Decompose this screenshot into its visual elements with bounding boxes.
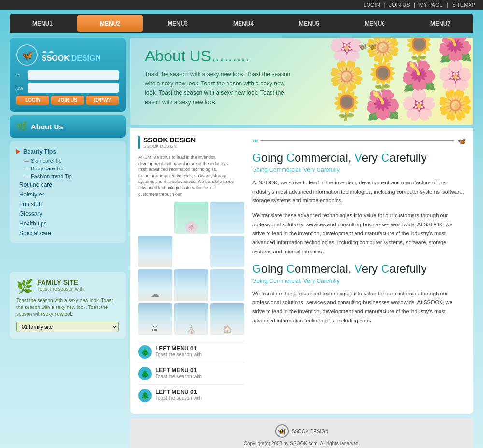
left-menu-item-1[interactable]: 🌲 LEFT MENU 01 Toast the season with — [138, 341, 244, 363]
family-top: 🌿 FAMILY SITE Toast the season with — [16, 279, 119, 294]
topbar-login[interactable]: LOGIN — [363, 2, 380, 8]
pw-field-row: pw — [16, 83, 119, 93]
pw-input[interactable] — [28, 83, 119, 93]
sep1: | — [384, 2, 385, 8]
top-bar: LOGIN | JOIN US | MY PAGE | SITEMAP — [0, 0, 483, 10]
footer-icon: 🦋 — [275, 424, 289, 438]
img-cell-empty2 — [174, 236, 209, 267]
lm-title-2: LEFT MENU 01 — [156, 367, 202, 374]
id-field-row: id — [16, 70, 119, 80]
main-layout: 🦋 ☁ ☁ SSOOK DESIGN id pw — [10, 38, 473, 448]
img-cell-cloud2 — [174, 269, 209, 301]
family-site-subtitle: Toast the season with — [37, 286, 84, 292]
footer-logo: 🦋 SSOOK DESIGN — [275, 424, 329, 438]
img-cell-blue2 — [138, 236, 172, 267]
sidebar: 🦋 ☁ ☁ SSOOK DESIGN id pw — [10, 38, 126, 448]
login-button[interactable]: LOGIN — [16, 96, 49, 105]
plant-icon: 🌿 — [16, 279, 33, 294]
family-site-dropdown[interactable]: 01 family site02 sister site03 partner s… — [16, 322, 119, 332]
nav-menu: Beauty Tips Skin care Tip Body care Tip … — [10, 141, 126, 243]
special-care-item[interactable]: Special care — [10, 228, 126, 238]
family-site-title: FAMILY SITE — [37, 279, 84, 286]
inner-content: SSOOK DESIGN SSOOK DESIGN At IBM, we str… — [130, 128, 473, 414]
fun-stuff-item[interactable]: Fun stuff — [10, 199, 126, 209]
hairstyles-item[interactable]: Hairstyles — [10, 190, 126, 199]
sep2: | — [414, 2, 415, 8]
lm-icon-2: 🌲 — [138, 367, 152, 380]
lm-icon-1: 🌲 — [138, 345, 152, 359]
inner-logo-text: SSOOK DESIGN — [143, 136, 196, 144]
topbar-mypage[interactable]: MY PAGE — [419, 2, 443, 8]
deco-butterfly-icon: 🦋 — [457, 137, 466, 145]
img-cell-greek1: 🏛 — [138, 303, 172, 335]
health-tips-item[interactable]: Health tips — [10, 219, 126, 228]
content-area: About US......... Toast the season with … — [130, 38, 473, 448]
left-menu-list: 🌲 LEFT MENU 01 Toast the season with 🌲 L… — [138, 341, 244, 406]
content-title-2: Going Commercial, Very Carefully — [252, 262, 466, 276]
idpw-button[interactable]: ID/PW? — [86, 96, 119, 105]
img-cell-greek2: ⛪ — [174, 303, 209, 335]
family-site-desc: Toast the season with a sexy new look. T… — [16, 297, 119, 318]
joinus-button[interactable]: JOIN US — [51, 96, 84, 105]
triangle-icon — [16, 149, 20, 154]
id-input[interactable] — [28, 70, 119, 80]
inner-logo-sub: SSOOK DESIGN — [143, 144, 196, 149]
content-para-2: We translate these advanced technologies… — [252, 211, 466, 256]
glossary-item[interactable]: Glossary — [10, 209, 126, 219]
left-menu-item-2[interactable]: 🌲 LEFT MENU 01 Toast the season with — [138, 363, 244, 384]
menu6[interactable]: MENU6 — [342, 15, 408, 32]
leaf-icon: 🌿 — [16, 121, 27, 132]
fashion-trend-item[interactable]: Fashion trend Tip — [10, 172, 126, 180]
butterflies-decoration: 🦋 🦋 — [358, 42, 377, 50]
content-para-1: At SSOOK, we strive to lead in the inven… — [252, 178, 466, 205]
beauty-tips-header[interactable]: Beauty Tips — [10, 146, 126, 157]
about-us-label: About Us — [31, 123, 63, 131]
sep3: | — [447, 2, 448, 8]
spacer — [10, 247, 126, 266]
lm-sub-3: Toast the season with — [156, 395, 202, 401]
menu1[interactable]: MENU1 — [10, 15, 75, 32]
logo-box: 🦋 ☁ ☁ SSOOK DESIGN id pw — [10, 38, 126, 112]
outer-wrapper: MENU1 MENU2 MENU3 MENU4 MENU5 MENU6 MENU… — [0, 10, 483, 448]
img-cell-blue3 — [210, 236, 244, 267]
routine-care-item[interactable]: Routine care — [10, 180, 126, 190]
topbar-joinus[interactable]: JOIN US — [389, 2, 410, 8]
lm-sub-2: Toast the season with — [156, 374, 202, 379]
logo-icon: 🦋 — [16, 44, 38, 66]
content-title-1: Going Commercial, Very Carefully — [252, 151, 466, 165]
deco-leaf-icon: ❧ — [252, 136, 258, 145]
footer: 🦋 SSOOK DESIGN Copyright(c) 2003 by SSOO… — [130, 418, 473, 448]
topbar-sitemap[interactable]: SITEMAP — [452, 2, 475, 8]
inner-right: ❧ 🦋 Going Commercial, Very Carefully Goi… — [252, 136, 466, 406]
logo-cloud: ☁ ☁ — [42, 48, 101, 54]
img-cell-empty1 — [138, 202, 172, 234]
id-label: id — [16, 72, 26, 78]
img-cell-blue1 — [210, 202, 244, 234]
logo-top: 🦋 ☁ ☁ SSOOK DESIGN — [16, 44, 119, 66]
left-menu-item-3[interactable]: 🌲 LEFT MENU 01 Toast the season with — [138, 384, 244, 406]
hero-banner: About US......... Toast the season with … — [130, 38, 473, 125]
img-cell-light — [210, 269, 244, 301]
deco-hr — [260, 140, 454, 141]
img-cell-flower: 🌸 — [174, 202, 209, 234]
footer-copyright: Copyright(c) 2003 by SSOOK.com. All righ… — [244, 440, 360, 448]
inner-header: SSOOK DESIGN SSOOK DESIGN — [138, 136, 244, 149]
about-us-box[interactable]: 🌿 About Us — [10, 115, 126, 138]
menu4[interactable]: MENU4 — [211, 15, 276, 32]
family-site-box: 🌿 FAMILY SITE Toast the season with Toas… — [10, 272, 126, 339]
hero-desc: Toast the season with a sexy new look. T… — [145, 70, 295, 107]
lm-title-1: LEFT MENU 01 — [156, 345, 202, 352]
menu7[interactable]: MENU7 — [408, 15, 473, 32]
family-site-select[interactable]: 01 family site02 sister site03 partner s… — [16, 322, 119, 332]
login-buttons: LOGIN JOIN US ID/PW? — [16, 96, 119, 105]
menu2[interactable]: MENU2 — [77, 15, 143, 32]
logo-text: SSOOK DESIGN — [42, 54, 101, 63]
footer-brand: SSOOK DESIGN — [292, 429, 329, 434]
menu3[interactable]: MENU3 — [145, 15, 211, 32]
skin-care-item[interactable]: Skin care Tip — [10, 157, 126, 165]
body-care-item[interactable]: Body care Tip — [10, 165, 126, 172]
img-cell-cloud: ☁ — [138, 269, 172, 301]
lm-sub-1: Toast the season with — [156, 352, 202, 357]
top-nav: MENU1 MENU2 MENU3 MENU4 MENU5 MENU6 MENU… — [10, 14, 473, 33]
menu5[interactable]: MENU5 — [276, 15, 342, 32]
